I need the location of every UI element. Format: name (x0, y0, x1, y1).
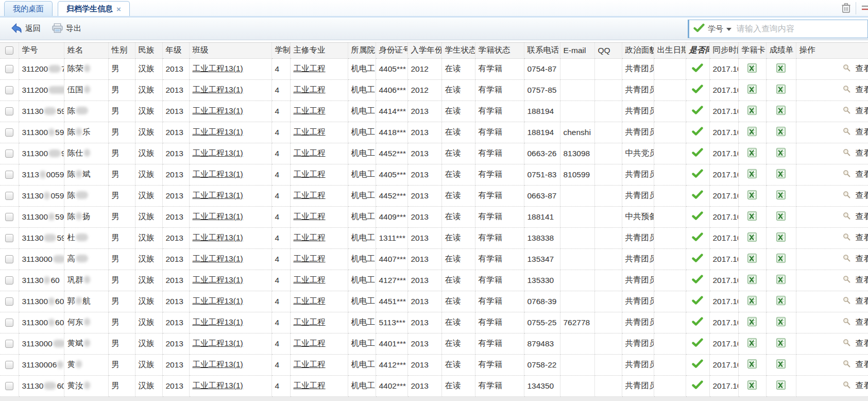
tab-my-desktop[interactable]: 我的桌面 (4, 1, 53, 16)
transcript-excel-icon[interactable] (776, 359, 786, 371)
transcript-excel-icon[interactable] (776, 106, 786, 117)
registration-card-excel-icon[interactable] (747, 254, 757, 265)
registration-card-excel-icon[interactable] (747, 211, 757, 223)
view-link[interactable]: 查看 (856, 170, 868, 178)
view-link[interactable]: 查看 (856, 318, 868, 326)
view-link[interactable]: 查看 (856, 64, 868, 73)
view-link[interactable]: 查看 (856, 148, 868, 157)
magnifier-icon[interactable] (843, 360, 850, 370)
major-link[interactable]: 工业工程 (290, 206, 348, 227)
view-link[interactable]: 查看 (856, 275, 868, 284)
row-checkbox[interactable] (5, 382, 13, 390)
magnifier-icon[interactable] (843, 275, 850, 285)
magnifier-icon[interactable] (843, 191, 850, 201)
close-icon[interactable]: × (116, 5, 121, 13)
transcript-excel-icon[interactable] (776, 317, 786, 328)
magnifier-icon[interactable] (843, 233, 850, 243)
row-checkbox[interactable] (5, 319, 13, 327)
magnifier-icon[interactable] (843, 148, 850, 158)
row-checkbox[interactable] (5, 361, 13, 369)
class-link[interactable]: 工业工程13(1) (189, 248, 271, 270)
transcript-excel-icon[interactable] (776, 85, 786, 96)
transcript-excel-icon[interactable] (776, 380, 786, 392)
registration-card-excel-icon[interactable] (747, 127, 757, 138)
row-checkbox[interactable] (5, 340, 13, 348)
row-checkbox[interactable] (5, 255, 13, 263)
tab-archived-student-info[interactable]: 归档学生信息 × (58, 1, 130, 16)
class-link[interactable]: 工业工程13(1) (189, 227, 271, 248)
major-link[interactable]: 工业工程 (290, 291, 348, 312)
row-checkbox[interactable] (5, 86, 13, 94)
major-link[interactable]: 工业工程 (290, 185, 348, 206)
transcript-excel-icon[interactable] (776, 169, 786, 180)
back-button[interactable]: 返回 (11, 23, 41, 35)
registration-card-excel-icon[interactable] (747, 317, 757, 328)
class-link[interactable]: 工业工程13(1) (189, 312, 271, 333)
search-field-select[interactable]: 学号 (689, 20, 737, 38)
transcript-excel-icon[interactable] (776, 338, 786, 349)
select-all-checkbox[interactable] (5, 46, 13, 55)
registration-card-excel-icon[interactable] (747, 380, 757, 392)
view-link[interactable]: 查看 (856, 212, 868, 221)
class-link[interactable]: 工业工程13(1) (189, 333, 271, 354)
view-link[interactable]: 查看 (856, 106, 868, 115)
registration-card-excel-icon[interactable] (747, 338, 757, 349)
transcript-excel-icon[interactable] (776, 63, 786, 75)
transcript-excel-icon[interactable] (776, 296, 786, 307)
magnifier-icon[interactable] (843, 339, 850, 348)
transcript-excel-icon[interactable] (776, 211, 786, 223)
view-link[interactable]: 查看 (856, 339, 868, 347)
row-checkbox[interactable] (5, 234, 13, 242)
class-link[interactable]: 工业工程13(1) (189, 375, 271, 396)
view-link[interactable]: 查看 (856, 127, 868, 136)
magnifier-icon[interactable] (843, 170, 850, 179)
class-link[interactable]: 工业工程13(1) (189, 164, 271, 185)
registration-card-excel-icon[interactable] (747, 106, 757, 117)
class-link[interactable]: 工业工程13(1) (189, 354, 271, 375)
transcript-excel-icon[interactable] (776, 232, 786, 244)
magnifier-icon[interactable] (843, 212, 850, 222)
row-checkbox[interactable] (5, 128, 13, 137)
major-link[interactable]: 工业工程 (290, 164, 348, 185)
magnifier-icon[interactable] (843, 296, 850, 306)
class-link[interactable]: 工业工程13(1) (189, 143, 271, 164)
magnifier-icon[interactable] (843, 127, 850, 137)
major-link[interactable]: 工业工程 (290, 312, 348, 333)
view-link[interactable]: 查看 (856, 233, 868, 242)
registration-card-excel-icon[interactable] (747, 275, 757, 286)
major-link[interactable]: 工业工程 (290, 270, 348, 291)
registration-card-excel-icon[interactable] (747, 63, 757, 75)
major-link[interactable]: 工业工程 (290, 354, 348, 375)
magnifier-icon[interactable] (843, 64, 850, 74)
view-link[interactable]: 查看 (856, 85, 868, 94)
major-link[interactable]: 工业工程 (290, 375, 348, 396)
major-link[interactable]: 工业工程 (290, 79, 348, 101)
view-link[interactable]: 查看 (856, 360, 868, 369)
registration-card-excel-icon[interactable] (747, 148, 757, 159)
row-checkbox[interactable] (5, 276, 13, 285)
row-checkbox[interactable] (5, 213, 13, 221)
row-checkbox[interactable] (5, 171, 13, 179)
major-link[interactable]: 工业工程 (290, 143, 348, 164)
class-link[interactable]: 工业工程13(1) (189, 58, 271, 79)
view-link[interactable]: 查看 (856, 191, 868, 199)
major-link[interactable]: 工业工程 (290, 333, 348, 354)
export-button[interactable]: 导出 (52, 23, 81, 35)
view-link[interactable]: 查看 (856, 296, 868, 305)
registration-card-excel-icon[interactable] (747, 190, 757, 202)
class-link[interactable]: 工业工程13(1) (189, 206, 271, 227)
trash-icon[interactable] (841, 3, 851, 13)
search-input[interactable] (737, 24, 867, 34)
registration-card-excel-icon[interactable] (747, 169, 757, 180)
notes-icon[interactable] (861, 3, 868, 14)
magnifier-icon[interactable] (843, 254, 850, 264)
magnifier-icon[interactable] (843, 85, 850, 95)
class-link[interactable]: 工业工程13(1) (189, 270, 271, 291)
major-link[interactable]: 工业工程 (290, 58, 348, 79)
major-link[interactable]: 工业工程 (290, 122, 348, 143)
registration-card-excel-icon[interactable] (747, 296, 757, 307)
magnifier-icon[interactable] (843, 381, 850, 391)
major-link[interactable]: 工业工程 (290, 227, 348, 248)
registration-card-excel-icon[interactable] (747, 85, 757, 96)
transcript-excel-icon[interactable] (776, 190, 786, 202)
